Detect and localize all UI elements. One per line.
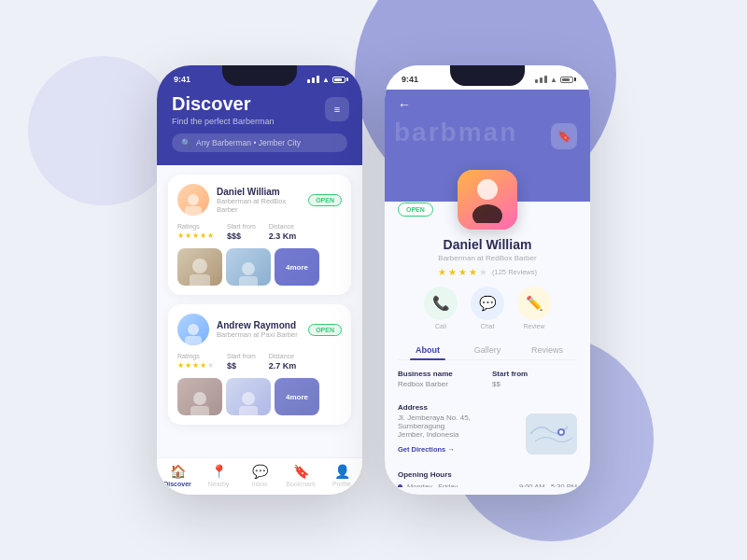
address-label: Address	[398, 403, 577, 412]
review-count: (125 Reviews)	[492, 268, 537, 276]
tab-reviews[interactable]: Reviews	[517, 341, 577, 359]
nav-inbox[interactable]: 💬 Inbox	[239, 464, 280, 487]
stars-2: ★ ★ ★ ★ ★	[177, 361, 214, 370]
call-icon-circle: 📞	[424, 287, 458, 320]
star-5: ★	[207, 231, 214, 240]
svg-rect-2	[526, 413, 577, 455]
stars-1: ★ ★ ★ ★ ★	[177, 231, 214, 240]
start-from-label: Start from	[492, 370, 577, 378]
start-from-col: Start from $$	[492, 370, 577, 388]
barber-1-sub: Barberman at RedBox Barber	[217, 197, 301, 214]
call-button[interactable]: 📞 Call	[424, 287, 458, 329]
pstar-4: ★	[469, 267, 477, 277]
nav-bookmark[interactable]: 🔖 Bookmark	[280, 464, 321, 487]
star2-2: ★	[185, 361, 191, 370]
review-button[interactable]: ✏️ Review	[517, 287, 551, 329]
back-button[interactable]: ←	[398, 97, 411, 112]
bottom-nav: 🏠 Discover 📍 Nearby 💬 Inbox 🔖 Bookmark 👤…	[157, 457, 362, 495]
discover-subtitle: Find the perfect Barberman	[172, 117, 347, 126]
barber-1-info: Daniel William Barberman at RedBox Barbe…	[217, 187, 301, 214]
phone-discover: 9:41 ▲ ≡ Discover Find the perfect Barbe…	[157, 65, 362, 495]
settings-button[interactable]: ≡	[325, 97, 349, 121]
barber-2-info: Andrew Raymond Barberman at Paxi Barber	[217, 320, 301, 339]
bg-watermark-text: barbman	[394, 118, 517, 147]
signal-bar-4	[535, 79, 538, 83]
more-photos-1[interactable]: 4more	[275, 248, 319, 286]
bookmark-nav-icon: 🔖	[293, 464, 309, 479]
hours-time-1: 9:00 AM - 5:30 PM	[519, 483, 577, 487]
barber-card-2-header: Andrew Raymond Barberman at Paxi Barber …	[177, 314, 342, 345]
barber-2-name: Andrew Raymond	[217, 320, 301, 330]
profile-nav-icon: 👤	[334, 464, 350, 479]
battery-icon-2	[560, 77, 573, 83]
phone-profile: 9:41 ▲ barbman ← 🔖	[385, 65, 590, 495]
star-1: ★	[177, 231, 184, 240]
stat-distance-1: Distance 2.3 Km	[269, 223, 297, 241]
photo-1-2	[226, 248, 271, 286]
nearby-nav-icon: 📍	[211, 464, 227, 479]
map-thumbnail	[526, 413, 577, 455]
search-icon: 🔍	[181, 138, 191, 147]
distance-value-1: 2.3 Km	[269, 231, 297, 241]
business-name-value: Redbox Barber	[398, 380, 483, 388]
discover-header: ≡ Discover Find the perfect Barberman 🔍 …	[157, 90, 362, 165]
wifi-icon-1: ▲	[322, 76, 330, 84]
discover-nav-label: Discover	[163, 481, 191, 487]
hours-row-1: Monday - Friday 9:00 AM - 5:30 PM	[398, 481, 577, 487]
barber-1-name: Daniel William	[217, 187, 301, 197]
bg-circle-3	[28, 56, 177, 205]
barber-card-2[interactable]: Andrew Raymond Barberman at Paxi Barber …	[168, 304, 351, 425]
start-from-value: $$	[492, 380, 577, 388]
profile-stars: ★ ★ ★ ★ ★ (125 Reviews)	[398, 267, 577, 277]
price-value-1: $$$	[227, 231, 256, 241]
opening-hours-section: Opening Hours Monday - Friday 9:00 AM - …	[398, 470, 577, 487]
signal-bar-5	[540, 77, 543, 83]
discover-title: Discover	[172, 93, 347, 115]
photo-2-3: 4more	[275, 378, 319, 415]
opening-hours-label: Opening Hours	[398, 470, 577, 479]
bookmark-button[interactable]: 🔖	[551, 123, 577, 149]
pstar-1: ★	[438, 267, 446, 277]
barber-1-stats: Ratings ★ ★ ★ ★ ★ Start from $$$	[177, 223, 342, 241]
wifi-icon-2: ▲	[550, 76, 557, 84]
nav-discover[interactable]: 🏠 Discover	[157, 464, 198, 487]
tab-about[interactable]: About	[398, 341, 458, 359]
tab-gallery[interactable]: Gallery	[458, 341, 517, 359]
star2-4: ★	[200, 361, 206, 370]
ratings-label-2: Ratings	[177, 353, 214, 359]
signal-bar-2	[312, 77, 315, 83]
more-photos-2[interactable]: 4more	[275, 378, 319, 415]
distance-label-1: Distance	[269, 223, 297, 230]
search-bar[interactable]: 🔍 Any Barberman • Jember City	[172, 133, 347, 152]
barber-card-1[interactable]: Daniel William Barberman at RedBox Barbe…	[168, 175, 351, 295]
phones-container: 9:41 ▲ ≡ Discover Find the perfect Barbe…	[157, 65, 590, 495]
signal-bar-3	[317, 76, 319, 83]
star-4: ★	[200, 231, 206, 240]
profile-name: Daniel William	[398, 237, 577, 252]
photo-2-1	[177, 378, 222, 415]
hours-day-1: Monday - Friday	[398, 483, 458, 487]
bookmark-nav-label: Bookmark	[286, 481, 316, 487]
star2-3: ★	[192, 361, 199, 370]
avatar-person-svg	[469, 176, 506, 223]
inbox-nav-label: Inbox	[251, 481, 267, 487]
nav-profile[interactable]: 👤 Profile	[321, 464, 362, 487]
stat-ratings-1: Ratings ★ ★ ★ ★ ★	[177, 223, 214, 241]
about-section: Business name Redbox Barber Start from $…	[398, 370, 577, 487]
distance-label-2: Distance	[269, 353, 297, 359]
stat-ratings-2: Ratings ★ ★ ★ ★ ★	[177, 353, 214, 371]
nav-nearby[interactable]: 📍 Nearby	[198, 464, 239, 487]
chat-button[interactable]: 💬 Chat	[471, 287, 504, 329]
profile-role: Barberman at RedBox Barber	[398, 254, 577, 262]
chat-label: Chat	[481, 323, 495, 329]
price-label-1: Start from	[227, 223, 256, 230]
time-1: 9:41	[174, 75, 190, 84]
signal-bar-6	[544, 76, 547, 83]
distance-value-2: 2.7 Km	[269, 361, 297, 371]
battery-icon-1	[332, 77, 345, 83]
pstar-5: ★	[479, 267, 487, 277]
get-directions-link[interactable]: Get Directions →	[398, 445, 455, 454]
avatar-daniel	[177, 184, 209, 216]
star-2: ★	[185, 231, 191, 240]
address-section: Address Jl. Jemberaya No. 45, Sumberagun…	[398, 403, 577, 455]
